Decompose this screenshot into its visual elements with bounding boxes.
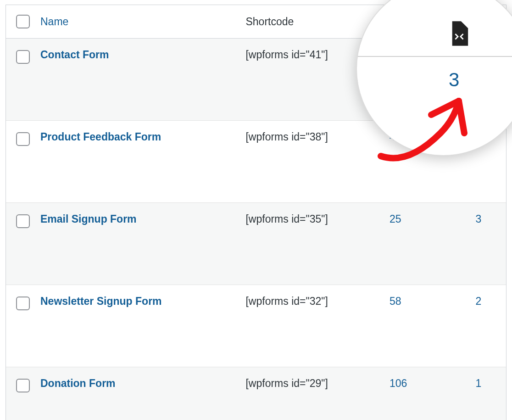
row-checkbox[interactable] [16,379,30,392]
row-checkbox[interactable] [16,50,30,64]
select-all-header [6,5,36,39]
zoom-embed-count: 3 [449,69,459,91]
form-name-link[interactable]: Newsletter Signup Form [40,295,162,307]
column-name-label[interactable]: Name [40,16,68,28]
embed-file-icon [449,21,470,48]
table-row: Email Signup Form [wpforms id="35"] 25 3 [6,203,506,285]
shortcode-text: [wpforms id="32"] [245,295,328,307]
row-checkbox[interactable] [16,214,30,228]
entries-count-link[interactable]: 58 [390,295,401,307]
embed-count-link[interactable]: 3 [476,213,482,225]
shortcode-text: [wpforms id="35"] [245,213,328,225]
table-row: Donation Form [wpforms id="29"] 106 1 [6,367,506,420]
form-name-link[interactable]: Email Signup Form [40,213,137,225]
row-checkbox[interactable] [16,132,30,146]
shortcode-text: [wpforms id="38"] [245,131,328,143]
zoom-divider [357,56,512,57]
form-name-link[interactable]: Product Feedback Form [40,131,161,143]
shortcode-text: [wpforms id="41"] [245,49,328,61]
column-shortcode-label: Shortcode [245,16,294,28]
shortcode-text: [wpforms id="29"] [245,377,328,389]
entries-count-link[interactable]: 106 [390,377,407,389]
embed-count-link[interactable]: 1 [476,377,482,389]
embed-count-link[interactable]: 2 [476,295,482,307]
column-name-header[interactable]: Name [36,5,241,39]
entries-count-link[interactable]: 25 [390,213,401,225]
select-all-checkbox[interactable] [16,15,30,28]
form-name-link[interactable]: Donation Form [40,377,116,389]
table-row: Newsletter Signup Form [wpforms id="32"]… [6,285,506,367]
form-name-link[interactable]: Contact Form [40,49,109,61]
row-checkbox[interactable] [16,297,30,310]
